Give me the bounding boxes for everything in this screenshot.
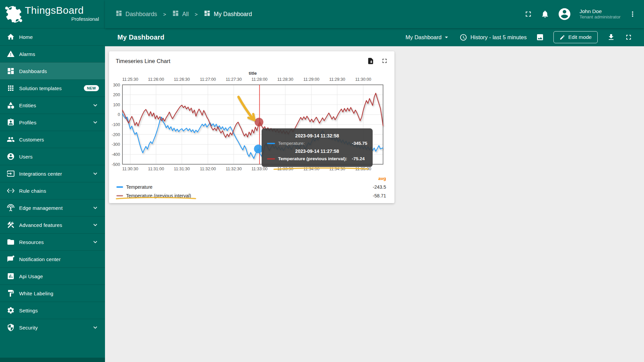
x-tick-bottom: 11:30:30 [122, 167, 138, 171]
sidebar-item-customers[interactable]: Customers [0, 131, 105, 148]
profiles-icon [7, 118, 15, 126]
sidebar-item-label: White Labeling [19, 291, 53, 296]
sidebar-item-dashboards[interactable]: Dashboards [0, 62, 105, 79]
sidebar-item-label: Profiles [19, 120, 37, 125]
sidebar-item-solution-templates[interactable]: Solution templatesNEW [0, 79, 105, 97]
user-info[interactable]: John Doe Tenant administrator [580, 8, 621, 20]
x-tick-bottom: 11:33:00 [252, 167, 268, 171]
sidebar-item-profiles[interactable]: Profiles [0, 114, 105, 131]
chart-tooltip: 2023-09-14 11:32:58 Temperature: -345.75… [262, 128, 373, 167]
rule-chains-icon [7, 187, 15, 195]
dashboard-page-title: My Dashboard [117, 34, 164, 41]
sidebar-item-edge-management[interactable]: Edge management [0, 199, 105, 216]
notification-center-icon [7, 255, 15, 263]
y-tick: -500 [112, 162, 120, 167]
breadcrumb-separator: > [163, 11, 166, 17]
legend-avg-value: -243.5 [356, 184, 386, 190]
x-tick-bottom: 11:34:30 [329, 167, 345, 171]
x-tick-bottom: 11:35:00 [355, 167, 371, 171]
dashboards-icon [7, 67, 15, 75]
chevron-down-icon [92, 238, 99, 246]
sidebar-item-label: Integrations center [19, 171, 62, 177]
sidebar-item-advanced-features[interactable]: Advanced features [0, 216, 105, 233]
y-tick: -100 [112, 122, 120, 127]
edit-mode-label: Edit mode [568, 34, 592, 40]
fullscreen-icon[interactable] [524, 10, 533, 18]
sidebar-item-integrations-center[interactable]: Integrations center [0, 165, 105, 182]
timewindow-label: History - last 5 minutes [470, 34, 527, 41]
download-icon[interactable] [607, 33, 615, 41]
y-tick: 300 [113, 83, 120, 87]
integrations-center-icon [7, 170, 15, 178]
dashboard-select[interactable]: My Dashboard [406, 34, 450, 41]
user-avatar[interactable] [557, 7, 572, 21]
x-tick-top: 11:29:30 [329, 77, 345, 82]
sidebar-item-home[interactable]: Home [0, 28, 105, 45]
sidebar-item-notification-center[interactable]: Notification center [0, 250, 105, 267]
logo[interactable]: ThingsBoard Professional [0, 0, 105, 28]
tooltip-label-temperature: Temperature: [278, 139, 305, 147]
x-tick-top: 11:28:30 [277, 77, 293, 82]
sidebar-item-users[interactable]: Users [0, 148, 105, 165]
sidebar-item-label: Resources [19, 239, 44, 245]
sidebar-item-label: Settings [19, 308, 38, 313]
sidebar-item-label: Edge management [19, 205, 63, 211]
chart-legend: avg Temperature-243.5Temperature (previo… [116, 176, 386, 200]
sidebar-item-api-usage[interactable]: Api Usage [0, 267, 105, 285]
white-labeling-icon [7, 289, 15, 297]
header-actions: John Doe Tenant administrator [524, 7, 637, 21]
hover-marker-temperature-previous-interval [255, 118, 263, 126]
sidebar-item-alarms[interactable]: Alarms [0, 45, 105, 62]
breadcrumb-item-all[interactable]: All [172, 10, 189, 18]
legend-row-temperature[interactable]: Temperature-243.5 [116, 183, 386, 191]
sidebar-item-rule-chains[interactable]: Rule chains [0, 182, 105, 199]
sidebar-item-white-labeling[interactable]: White Labeling [0, 285, 105, 302]
sidebar-item-resources[interactable]: Resources [0, 233, 105, 250]
chevron-down-icon [92, 170, 99, 177]
timewindow-button[interactable]: History - last 5 minutes [460, 34, 527, 41]
dashboard-image-icon[interactable] [536, 33, 544, 41]
main-column: Dashboards>All>My Dashboard John Doe Ten… [105, 0, 644, 362]
customers-icon [7, 135, 15, 143]
home-icon [7, 33, 15, 41]
users-icon [7, 153, 15, 161]
chevron-down-icon [92, 119, 99, 126]
x-tick-bottom: 11:34:00 [303, 167, 319, 171]
y-tick: -200 [112, 132, 120, 137]
toolbar-fullscreen-icon[interactable] [625, 33, 633, 41]
x-tick-top: 11:25:30 [122, 77, 138, 82]
tooltip-label-temperature-prev: Temperature (previous interval): [278, 155, 347, 163]
tooltip-value-temperature-prev: -75.24 [352, 155, 365, 163]
breadcrumb: Dashboards>All>My Dashboard [115, 10, 252, 18]
x-tick-top: 11:28:00 [252, 77, 268, 82]
dashboard-icon [172, 10, 179, 18]
legend-row-temperature-previous-interval[interactable]: Temperature (previous interval)-58.71 [116, 191, 386, 200]
tooltip-value-temperature: -345.75 [352, 139, 367, 147]
breadcrumb-item-my-dashboard[interactable]: My Dashboard [204, 10, 252, 18]
timeseries-widget: Timeseries Line Chart title [109, 51, 394, 203]
breadcrumb-item-dashboards[interactable]: Dashboards [115, 10, 157, 18]
edit-mode-button[interactable]: Edit mode [553, 31, 598, 43]
sidebar-item-label: Alarms [19, 51, 35, 57]
breadcrumb-label: My Dashboard [214, 11, 252, 18]
new-badge: NEW [84, 85, 99, 91]
security-icon [7, 323, 15, 331]
x-tick-top: 11:26:00 [148, 77, 164, 82]
sidebar-item-entities[interactable]: Entities [0, 97, 105, 114]
sidebar-item-security[interactable]: Security [0, 319, 105, 336]
x-tick-bottom: 11:32:00 [200, 167, 216, 171]
sidebar-item-label: Rule chains [19, 188, 46, 194]
breadcrumb-label: Dashboards [125, 11, 157, 18]
more-vert-icon[interactable] [629, 10, 637, 18]
pencil-icon [559, 35, 565, 40]
sidebar-item-label: Home [19, 34, 33, 40]
clock-icon [460, 34, 467, 41]
y-tick: 200 [113, 93, 120, 97]
notifications-bell-icon[interactable] [541, 10, 549, 18]
dropdown-caret-icon [443, 34, 450, 41]
x-tick-top: 11:27:30 [226, 77, 242, 82]
sidebar-item-settings[interactable]: Settings [0, 302, 105, 319]
sidebar-item-label: Notification center [19, 256, 61, 262]
solution-templates-icon [7, 84, 15, 92]
sidebar-item-label: Entities [19, 103, 36, 108]
